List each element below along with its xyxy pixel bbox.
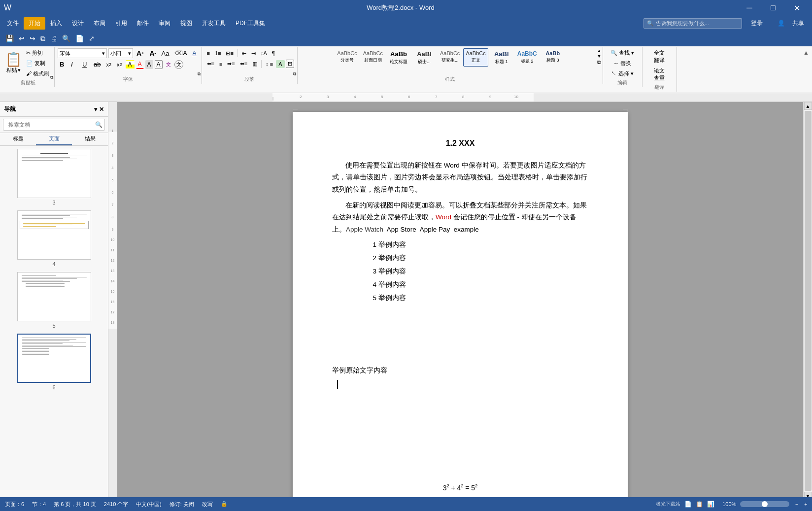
style-biaoti2[interactable]: AaBbC 标题 2 [515,48,540,67]
select-button[interactable]: ↖ 选择 ▾ [609,69,635,78]
italic-button[interactable]: I [69,60,79,69]
style-biaoti3[interactable]: AaBb 标题 3 [541,48,565,67]
nav-thumb-5[interactable]: 5 [3,272,105,329]
page-button[interactable]: 📄 [74,33,85,44]
menu-item-design[interactable]: 设计 [67,17,89,30]
document-area[interactable]: 1.2 XXX 使用在需要位置出现的新按钮在 Word 中保存时间。若要更改图片… [117,102,803,500]
change-case-button[interactable]: Aa [160,49,171,58]
view-toggle-button[interactable]: ⧉ [39,33,47,44]
show-formatting-button[interactable]: ¶ [270,48,277,58]
paste-button[interactable]: 📋 粘贴 ▾ [5,53,22,74]
menu-item-review[interactable]: 审阅 [154,17,175,30]
font-expand-icon[interactable]: ⧉ [198,71,201,77]
format-painter-button[interactable]: 🖌 格式刷 [24,69,51,78]
align-left-button[interactable]: ⬅≡ [205,60,216,68]
align-center-button[interactable]: ≡ [217,60,224,68]
strikethrough-button[interactable]: ab [92,60,102,69]
restore-button[interactable]: □ [762,0,784,16]
style-biaoti1[interactable]: AaBl 标题 1 [489,48,514,67]
zoom-out-button[interactable]: − [795,502,798,507]
clipboard-expand-icon[interactable]: ⧉ [50,75,53,80]
paragraph-expand-icon[interactable]: ⧉ [293,71,296,77]
close-button[interactable]: ✕ [785,0,808,16]
copy-button[interactable]: 📄 复制 [24,59,51,68]
menu-item-file[interactable]: 文件 [2,17,24,30]
style-fenlei[interactable]: AaBbCc 分类号 [335,48,359,67]
paper-check-button[interactable]: 论文 查重 [652,66,667,83]
styles-scroll[interactable]: ▲▼⧉ [597,48,602,66]
vertical-scrollbar[interactable]: ▲ ▼ [803,102,812,500]
numbering-button[interactable]: 1≡ [213,49,223,57]
document-page[interactable]: 1.2 XXX 使用在需要位置出现的新按钮在 Word 中保存时间。若要更改图片… [293,112,628,500]
font-color-button[interactable]: A [136,60,144,69]
shading-button[interactable]: A [276,60,284,68]
scroll-up-button[interactable]: ▲ [804,102,812,110]
share-button[interactable]: 👤 共享 [772,17,810,30]
line-spacing-button[interactable]: ↕ ≡ [264,60,275,68]
scroll-thumb[interactable] [805,111,812,491]
subscript-button[interactable]: x2 [104,61,114,68]
undo-button[interactable]: ↩ [17,33,26,44]
enclosed-button[interactable]: 文 [174,60,183,69]
style-lunwenbiaoti[interactable]: AaBb 论文标题 [386,48,411,67]
nav-close-button[interactable]: ✕ [99,106,104,113]
full-translate-button[interactable]: 全文 翻译 [652,48,667,65]
menu-item-developer[interactable]: 开发工具 [197,17,231,30]
nav-tab-headings[interactable]: 标题 [0,133,36,145]
zoom-button[interactable]: 🔍 [61,33,72,44]
print-button[interactable]: 🖨 [49,33,59,44]
find-button[interactable]: 🔍 查找 ▾ [609,48,636,58]
nav-tab-results[interactable]: 结果 [72,133,108,145]
nav-options-button[interactable]: ▾ [94,106,97,113]
align-right-button[interactable]: ➡≡ [225,60,237,68]
login-button[interactable]: 登录 [748,17,766,30]
menu-item-insert[interactable]: 插入 [45,17,67,30]
style-yanjiusheng[interactable]: AaBbCc 研究生... [438,48,462,67]
view-print-button[interactable]: 📄 [684,501,692,508]
zoom-in-button[interactable]: + [804,502,807,507]
paste-dropdown-icon[interactable]: ▾ [18,67,21,73]
phonetic-guide-button[interactable]: 文 [164,60,173,69]
column-button[interactable]: ▥ [250,60,259,68]
nav-thumb-4[interactable]: 4 [3,210,105,267]
style-fengmian[interactable]: AaBbCc 封面日期 [361,48,385,67]
font-size-selector[interactable]: 小四 ▾ [108,48,133,58]
nav-thumb-3[interactable]: 3 [3,149,105,205]
multilevel-button[interactable]: ⊞≡ [224,49,235,58]
font-name-selector[interactable]: 宋体 ▾ [58,48,107,58]
clear-format-button[interactable]: ⌫A [172,49,189,58]
minimize-button[interactable]: ─ [738,0,761,16]
menu-item-view[interactable]: 视图 [175,17,197,30]
borders-button[interactable]: ⊞ [286,60,294,68]
decrease-indent-button[interactable]: ⇤ [240,49,248,58]
justify-button[interactable]: ⬌≡ [238,60,249,68]
style-shuoshi[interactable]: AaBl 硕士... [412,48,437,67]
nav-search-input[interactable] [5,120,95,129]
view-web-button[interactable]: 📋 [696,501,703,508]
ribbon-search[interactable]: 🔍 告诉我您想要做什么... [643,18,742,29]
nav-search-icon[interactable]: 🔍 [95,121,102,128]
nav-thumb-6[interactable]: 6 [3,334,105,390]
menu-item-layout[interactable]: 布局 [89,17,110,30]
superscript-button[interactable]: x2 [115,61,124,68]
view-read-button[interactable]: 📊 [707,501,714,508]
menu-item-home[interactable]: 开始 [24,17,45,30]
cut-button[interactable]: ✂ 剪切 [24,48,51,58]
border-button[interactable]: A [155,60,163,69]
increase-indent-button[interactable]: ⇥ [249,49,258,58]
nav-tab-pages[interactable]: 页面 [36,133,72,145]
menu-item-pdf[interactable]: PDF工具集 [231,17,270,30]
bullets-button[interactable]: ≡ [205,49,212,57]
menu-item-references[interactable]: 引用 [110,17,132,30]
ribbon-collapse-button[interactable]: ▲ [802,48,810,57]
redo-button[interactable]: ↪ [28,33,37,44]
style-zhengwen[interactable]: AaBbCc 正文 [463,48,488,67]
char-shading-button[interactable]: A [145,60,153,69]
text-effects-button[interactable]: A [191,49,199,58]
replace-button[interactable]: ↔ 替换 [611,59,633,68]
sort-button[interactable]: ↕A [259,49,269,57]
underline-button[interactable]: U [80,60,90,69]
text-highlight-button[interactable]: A [126,60,135,69]
menu-item-mailings[interactable]: 邮件 [132,17,154,30]
zoom-slider-thumb[interactable] [762,501,768,507]
